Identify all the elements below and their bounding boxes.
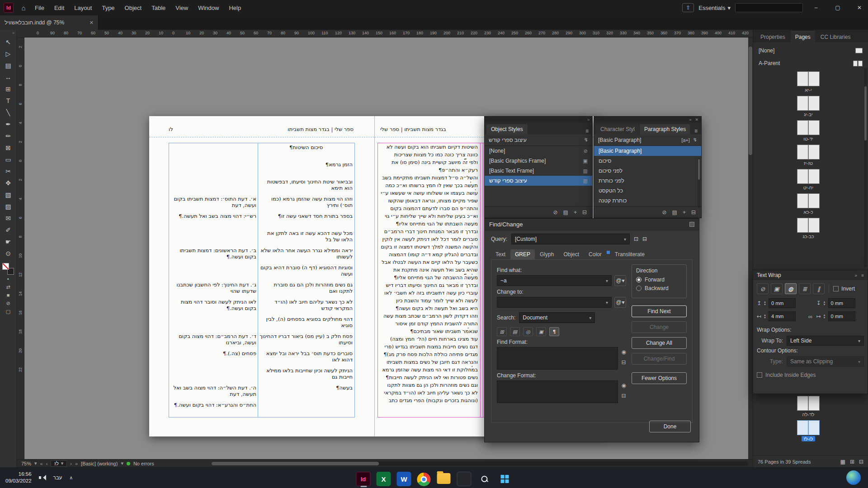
collapse-panel-icon[interactable]: » xyxy=(689,117,691,122)
include-locked-stories-icon[interactable]: ▤ xyxy=(510,327,520,336)
top-offset-field[interactable]: 0 mm xyxy=(769,298,796,308)
clear-format-icon[interactable]: ⊟ xyxy=(622,359,626,366)
spread-item[interactable]: כ-כא xyxy=(797,193,820,215)
rectangle-frame-tool[interactable]: ⊠ xyxy=(2,142,14,154)
free-transform-tool[interactable]: ✥ xyxy=(2,177,14,189)
content-collector-tool[interactable]: ⊞ xyxy=(2,83,14,95)
panel-menu-icon[interactable]: ≡ xyxy=(691,128,701,134)
menu-item[interactable]: Edit xyxy=(49,0,69,15)
close-panel-icon[interactable]: ✕ xyxy=(695,117,698,122)
save-query-icon[interactable]: ⊡ xyxy=(634,236,638,242)
first-page-icon[interactable]: « xyxy=(40,461,43,466)
preflight-profile[interactable]: [Basic] (working) xyxy=(81,461,118,466)
eyedropper-tool[interactable]: ✐ xyxy=(2,224,14,236)
stepper-icon[interactable]: ▲▼ xyxy=(823,314,826,319)
detach-dialog-icon[interactable] xyxy=(689,222,694,227)
apply-color-icon[interactable]: ■ xyxy=(2,291,14,299)
taskbar-start-icon[interactable] xyxy=(498,472,512,486)
invert-checkbox[interactable]: Invert xyxy=(833,286,855,292)
styles-scrollbar[interactable] xyxy=(698,158,700,208)
paragraph-style-row[interactable]: לפני כותרת xyxy=(594,176,701,186)
zoom-level[interactable]: 75% xyxy=(21,461,31,466)
new-style-icon[interactable]: + xyxy=(574,209,577,216)
tab-glyph[interactable]: Glyph xyxy=(535,249,558,259)
menu-item[interactable]: File xyxy=(30,0,49,15)
rectangle-tool[interactable]: ▭ xyxy=(2,154,14,165)
override-icon[interactable]: ↯ xyxy=(693,137,697,143)
radio-icon[interactable] xyxy=(636,277,642,282)
tab-text[interactable]: Text xyxy=(491,249,510,259)
jump-next-column-icon[interactable]: ∥ xyxy=(813,283,825,294)
taskbar-search-icon[interactable] xyxy=(477,472,492,486)
checkbox-icon[interactable] xyxy=(833,286,839,291)
change-all-button[interactable]: Change All xyxy=(632,337,687,349)
object-style-row[interactable]: עיצוב ספרי קודש ▥ xyxy=(485,176,592,186)
pencil-tool[interactable]: ✏ xyxy=(2,130,14,142)
menu-item[interactable]: View xyxy=(170,0,193,15)
dock-tab[interactable]: Properties xyxy=(756,32,790,42)
spread-item[interactable]: טז-יז xyxy=(797,145,820,166)
new-page-icon[interactable]: ⊞ xyxy=(850,459,854,465)
menu-item[interactable]: Window xyxy=(193,0,224,15)
paragraph-style-row[interactable]: כל הטקסט xyxy=(594,186,701,196)
dock-tab[interactable]: CC Libraries xyxy=(816,32,855,42)
line-tool[interactable]: ╲ xyxy=(2,107,14,118)
collapse-panel-icon[interactable]: » xyxy=(587,117,590,122)
collapse-panel-icon[interactable]: » xyxy=(855,273,858,278)
gradient-feather-tool[interactable]: ▨ xyxy=(2,201,14,212)
find-next-button[interactable]: Find Next xyxy=(632,305,687,317)
checkbox-icon[interactable] xyxy=(757,372,762,378)
bottom-offset-field[interactable]: 0 mm xyxy=(828,298,855,308)
delete-style-icon[interactable]: ⊟ xyxy=(691,209,696,216)
share-icon[interactable]: ⇧ xyxy=(682,3,694,12)
fewer-options-button[interactable]: Fewer Options xyxy=(632,372,687,384)
clear-overrides-icon[interactable]: ⊘ xyxy=(662,209,667,216)
scrollbar-thumb[interactable] xyxy=(212,462,379,465)
page-size-icon[interactable]: ▦ xyxy=(840,459,845,465)
selection-tool[interactable]: ↖ xyxy=(2,36,14,48)
find-format-box[interactable] xyxy=(497,347,618,370)
include-hidden-layers-icon[interactable]: ◎ xyxy=(523,327,533,336)
taskbar-indesign-icon[interactable]: Id xyxy=(356,472,371,486)
object-style-row[interactable]: [None] ⊘ xyxy=(485,146,592,156)
menu-item[interactable]: Type xyxy=(97,0,119,15)
direction-forward[interactable]: Forward xyxy=(636,277,682,283)
swap-fill-stroke-icon[interactable]: ⇄ xyxy=(2,283,14,291)
document-tab[interactable]: חובבלאשוויל.indd @ 75% ✕ xyxy=(0,15,99,30)
delete-page-icon[interactable]: ⊟ xyxy=(859,459,863,465)
find-what-input[interactable]: ~a▾ xyxy=(497,275,612,286)
previous-page-icon[interactable]: ‹ xyxy=(46,461,48,466)
apply-none-icon[interactable]: ⊘ xyxy=(2,299,14,307)
taskbar-word-icon[interactable]: W xyxy=(397,472,411,486)
hand-tool[interactable]: ☛ xyxy=(2,236,14,248)
special-characters-icon[interactable]: @▾ xyxy=(614,297,626,308)
scissors-tool[interactable]: ✂ xyxy=(2,165,14,177)
last-page-icon[interactable]: » xyxy=(75,461,78,466)
query-dropdown[interactable]: [Custom]▾ xyxy=(511,234,630,244)
gradient-tool[interactable]: ▧ xyxy=(2,189,14,201)
direct-selection-tool[interactable]: ▷ xyxy=(2,48,14,60)
delete-style-icon[interactable]: ⊟ xyxy=(582,209,587,216)
close-tab-icon[interactable]: ✕ xyxy=(90,20,94,26)
tab-paragraph-styles[interactable]: Paragraph Styles xyxy=(640,124,690,134)
include-footnotes-icon[interactable]: ¶ xyxy=(549,327,559,336)
spread-item[interactable]: י-יא xyxy=(797,71,820,93)
object-style-row[interactable]: [Basic Text Frame] ▥ xyxy=(485,166,592,176)
zoom-tool[interactable]: ⊙ xyxy=(2,248,14,259)
screen-mode-icon[interactable]: ▢ xyxy=(2,307,14,315)
change-to-input[interactable]: ▾ xyxy=(497,297,612,308)
done-button[interactable]: Done xyxy=(649,421,691,432)
specify-attributes-icon[interactable]: ◉ xyxy=(622,382,626,389)
menu-item[interactable]: Object xyxy=(120,0,147,15)
language-indicator[interactable]: עבר xyxy=(53,475,62,480)
tray-expand-icon[interactable]: ∧ xyxy=(69,475,73,481)
close-button[interactable]: ✕ xyxy=(851,0,868,15)
tab-color[interactable]: Color xyxy=(584,249,606,259)
maximize-button[interactable]: ▢ xyxy=(829,0,846,15)
left-offset-field[interactable]: 4 mm xyxy=(769,311,796,321)
special-characters-icon[interactable]: @▾ xyxy=(614,275,626,286)
text-frame[interactable]: א׳. דעת התוס׳: דמצות תשביתו בקום ועשה, ד… xyxy=(169,143,355,418)
dock-tab[interactable]: Pages xyxy=(791,31,815,42)
page-left[interactable]: לו ספר שלי | בגדר מצות תשביתו א׳. דעת הת… xyxy=(149,116,375,436)
scrollbar-thumb[interactable] xyxy=(749,47,752,155)
